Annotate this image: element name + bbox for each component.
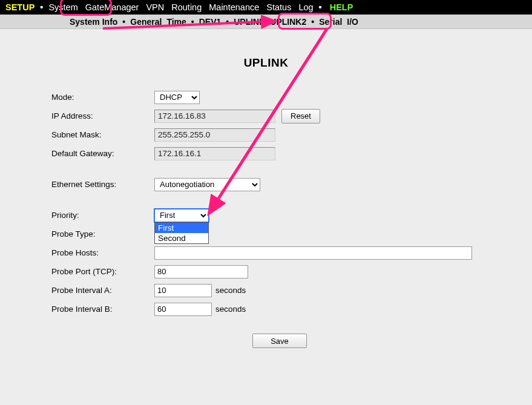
seconds-unit: seconds [215,286,246,295]
nav-maintenance[interactable]: Maintenance [207,2,261,13]
eth-label: Ethernet Settings: [51,180,154,189]
priority-select[interactable]: First [154,209,209,222]
priority-option-first[interactable]: First [155,223,208,233]
probe-int-b-input[interactable] [154,303,212,316]
subnav-general[interactable]: General [130,17,162,27]
probe-int-a-input[interactable] [154,284,212,297]
mode-select[interactable]: DHCP [154,91,200,104]
probe-hosts-label: Probe Hosts: [51,248,154,257]
sub-nav: System Info • General Time • DEV1 • UPLI… [0,15,532,29]
probe-int-b-label: Probe Interval B: [51,305,154,314]
gw-label: Default Gateway: [51,149,154,158]
dot-icon: • [122,17,125,27]
subnav-io[interactable]: I/O [347,17,358,27]
top-nav: SETUP • System GateManager VPN Routing M… [0,0,532,15]
page-title: UPLINK [0,56,532,70]
subnav-time[interactable]: Time [166,17,186,27]
uplink-form: Mode: DHCP IP Address: 172.16.16.83 Rese… [51,88,532,348]
subnav-serial[interactable]: Serial [319,17,342,27]
ip-value: 172.16.16.83 [154,110,275,123]
content-area: UPLINK Mode: DHCP IP Address: 172.16.16.… [0,29,532,348]
ethernet-select[interactable]: Autonegotiation [154,178,260,191]
gw-value: 172.16.16.1 [154,147,275,160]
mode-label: Mode: [51,93,154,102]
priority-dropdown-open: First Second [154,222,209,244]
priority-option-second[interactable]: Second [155,233,208,243]
nav-system[interactable]: System [47,2,79,13]
mask-label: Subnet Mask: [51,130,154,139]
nav-routing[interactable]: Routing [169,2,203,13]
save-button[interactable]: Save [252,334,307,348]
dot-icon: • [40,2,43,12]
nav-status[interactable]: Status [264,2,293,13]
reset-button[interactable]: Reset [281,109,320,123]
dot-icon: • [191,17,194,27]
nav-help[interactable]: HELP [328,2,355,13]
dot-icon: • [319,2,322,12]
nav-gatemanager[interactable]: GateManager [84,2,141,13]
mask-value: 255.255.255.0 [154,128,275,142]
probe-port-input[interactable] [154,265,248,278]
dot-icon: • [226,17,229,27]
subnav-uplink2[interactable]: UPLINK2 [270,17,306,27]
subnav-dev1[interactable]: DEV1 [199,17,222,27]
subnav-uplink[interactable]: UPLINK [234,17,265,27]
probe-hosts-input[interactable] [154,246,472,260]
probe-int-a-label: Probe Interval A: [51,286,154,295]
ip-label: IP Address: [51,111,154,120]
dot-icon: • [311,17,314,27]
probe-type-label: Probe Type: [51,229,154,239]
nav-setup[interactable]: SETUP [4,2,36,13]
subnav-system-info[interactable]: System Info [70,17,117,27]
nav-log[interactable]: Log [297,2,315,13]
priority-label: Priority: [51,211,154,220]
nav-vpn[interactable]: VPN [144,2,166,13]
probe-port-label: Probe Port (TCP): [51,267,154,276]
seconds-unit: seconds [215,305,246,314]
